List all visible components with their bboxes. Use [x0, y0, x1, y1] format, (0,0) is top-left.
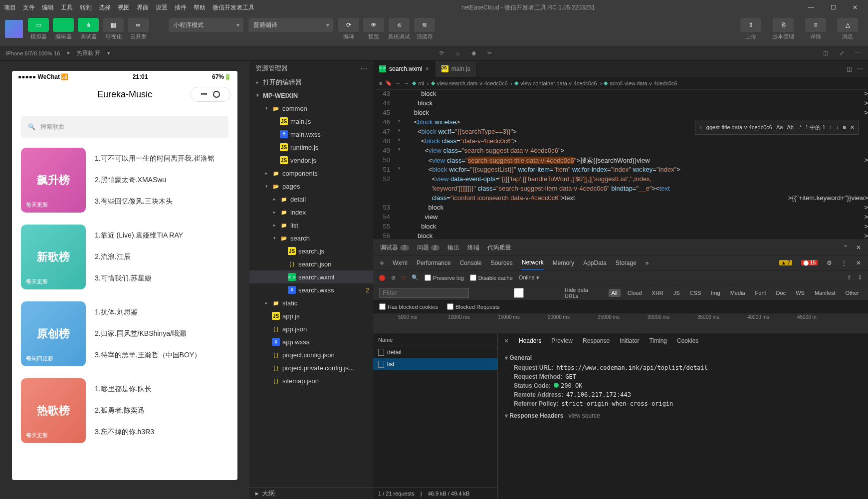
tree-item[interactable]: ▾📂common	[249, 102, 373, 115]
tree-item[interactable]: ▸📁detail	[249, 193, 373, 206]
editor-tab[interactable]: JSmain.js	[435, 61, 477, 77]
tree-item[interactable]: { }project.private.config.js...	[249, 361, 373, 374]
menu-编辑[interactable]: 编辑	[42, 3, 54, 12]
detail-tab[interactable]: Initiator	[620, 337, 639, 344]
tree-item[interactable]: { }search.json	[249, 257, 373, 270]
filter-type[interactable]: JS	[670, 289, 683, 297]
action-button[interactable]: ⟳	[338, 18, 359, 32]
menu-文件[interactable]: 文件	[23, 3, 35, 12]
close-icon[interactable]: ✕	[504, 337, 509, 344]
action-button[interactable]: 👁	[363, 18, 384, 32]
devtools-tab[interactable]: Wxml	[393, 259, 408, 266]
rank-item[interactable]: 3.忘不掉的你.h3R3	[95, 428, 228, 437]
action-button[interactable]: ⎋	[389, 18, 410, 32]
tree-item[interactable]: ▾📂search	[249, 232, 373, 245]
filter-type[interactable]: Media	[727, 289, 748, 297]
filter-icon[interactable]: ▽	[402, 274, 406, 281]
code-editor[interactable]: ↕ggest-title data-v-4cedc0c6AaAb.* 1 中的 …	[373, 90, 868, 240]
devtools-tab[interactable]: Sources	[491, 259, 513, 266]
gear-icon[interactable]: ⚙	[827, 259, 832, 266]
filter-type[interactable]: WS	[793, 289, 808, 297]
preserve-log[interactable]: Preserve log	[425, 274, 464, 281]
menu-微信开发者工具[interactable]: 微信开发者工具	[213, 3, 254, 12]
expand-icon[interactable]: ⤢	[837, 49, 846, 58]
filter-type[interactable]: Cloud	[625, 289, 645, 297]
capsule-button[interactable]: •••	[191, 87, 230, 102]
chevron-up-icon[interactable]: ⌃	[843, 244, 848, 251]
more-icon[interactable]: ⋮	[841, 259, 847, 266]
action-button[interactable]: ∞	[128, 18, 149, 32]
has-blocked-cookies[interactable]: Has blocked cookies	[379, 303, 438, 310]
menu-插件[interactable]: 插件	[175, 3, 187, 12]
rank-item[interactable]: 3.待宰的羔羊.王瀚哲（中国BOY）	[95, 351, 228, 360]
blocked-requests[interactable]: Blocked Requests	[447, 303, 500, 310]
tree-item[interactable]: { }sitemap.json	[249, 374, 373, 387]
cut-icon[interactable]: ✂	[485, 49, 494, 58]
filter-type[interactable]: Other	[842, 289, 862, 297]
toggle-icon[interactable]: ≡	[379, 80, 382, 86]
menu-帮助[interactable]: 帮助	[194, 3, 206, 12]
minimize-button[interactable]: —	[802, 1, 820, 13]
rank-item[interactable]: 3.有些回忆像风.三块木头	[95, 197, 228, 206]
download-icon[interactable]: ⇩	[858, 274, 862, 281]
filter-input[interactable]	[379, 288, 469, 298]
action-button[interactable]: ≋	[414, 18, 435, 32]
menu-界面[interactable]: 界面	[137, 3, 149, 12]
inspect-icon[interactable]: ⎆	[380, 259, 384, 266]
action-button[interactable]: ≡	[805, 18, 826, 32]
action-button[interactable]: ⋔	[78, 18, 99, 32]
menu-设置[interactable]: 设置	[156, 3, 168, 12]
request-row[interactable]: list	[373, 358, 497, 370]
rank-item[interactable]: 3.可惜我们.苏星婕	[95, 274, 228, 283]
tree-item[interactable]: ▸📁list	[249, 219, 373, 232]
more-icon[interactable]: ⋯	[361, 65, 367, 72]
tree-item[interactable]: JSruntime.js	[249, 141, 373, 154]
close-icon[interactable]: ✕	[856, 259, 861, 266]
menu-项目[interactable]: 项目	[4, 3, 16, 12]
tree-item[interactable]: ▸📁static	[249, 296, 373, 309]
maximize-button[interactable]: ☐	[824, 1, 842, 13]
tree-item[interactable]: #main.wxss	[249, 128, 373, 141]
action-button[interactable]: ▦	[103, 18, 124, 32]
rank-item[interactable]: 2.流浪.江辰	[95, 252, 228, 261]
tree-item[interactable]: ▸📁index	[249, 206, 373, 219]
tree-item[interactable]: JSapp.js	[249, 309, 373, 322]
compile-select[interactable]: 普通编译	[248, 18, 333, 32]
breadcrumb[interactable]: ≡ 🔖 ← → ◆ml› ◆view.search.data-v-4cedc0c…	[373, 77, 868, 90]
device-info[interactable]: iPhone 6/7/8 100% 16	[6, 50, 60, 56]
filter-type[interactable]: Img	[708, 289, 723, 297]
back-icon[interactable]: ◉	[469, 49, 478, 58]
filter-type[interactable]: Doc	[773, 289, 789, 297]
opened-editors[interactable]: ▸打开的编辑器	[249, 76, 373, 89]
more-icon[interactable]: ⋯	[853, 49, 862, 58]
rank-item[interactable]: 2.归家.国风堂/KBShinya/哦漏	[95, 329, 228, 338]
more-icon[interactable]: ⋯	[857, 65, 863, 72]
rank-item[interactable]: 1.抗体.刘思鉴	[95, 308, 228, 317]
menu-转到[interactable]: 转到	[80, 3, 92, 12]
rank-card[interactable]: 新歌榜每天更新	[21, 225, 86, 289]
tree-item[interactable]: ▸📁components	[249, 167, 373, 180]
tree-item[interactable]: { }app.json	[249, 322, 373, 335]
hide-data-urls[interactable]: Hide data URLs	[475, 287, 603, 299]
search-icon[interactable]: 🔍	[412, 274, 419, 281]
rank-list[interactable]: 飙升榜每天更新1.可不可以用一生的时间离开我.崔洛铭2.黑怕蒙太奇.XMASwu…	[12, 148, 237, 480]
tree-item[interactable]: #search.wxss2	[249, 283, 373, 296]
close-icon[interactable]: ✕	[850, 124, 855, 131]
tree-item[interactable]: < >search.wxml	[249, 270, 373, 283]
rank-item[interactable]: 2.黑怕蒙太奇.XMASwu	[95, 176, 228, 185]
upload-icon[interactable]: ⇧	[847, 274, 852, 281]
home-icon[interactable]: ⌂	[453, 49, 462, 58]
online-select[interactable]: Online ▾	[519, 274, 539, 281]
avatar[interactable]	[5, 20, 23, 38]
action-button[interactable]: ⎘	[773, 18, 794, 32]
action-button[interactable]: △	[837, 18, 858, 32]
refresh-icon[interactable]: ⟳	[437, 49, 446, 58]
root-folder[interactable]: ▾MP-WEIXIN	[249, 89, 373, 102]
forward-icon[interactable]: →	[404, 80, 409, 86]
rank-card[interactable]: 热歌榜每天更新	[21, 378, 86, 443]
rank-item[interactable]: 2.孤勇者.陈奕迅	[95, 406, 228, 415]
devtools-tab[interactable]: Network	[522, 255, 544, 270]
close-icon[interactable]: ✕	[856, 244, 861, 251]
debug-tab[interactable]: 问题2	[417, 244, 440, 252]
devtools-tab[interactable]: Memory	[553, 259, 574, 266]
